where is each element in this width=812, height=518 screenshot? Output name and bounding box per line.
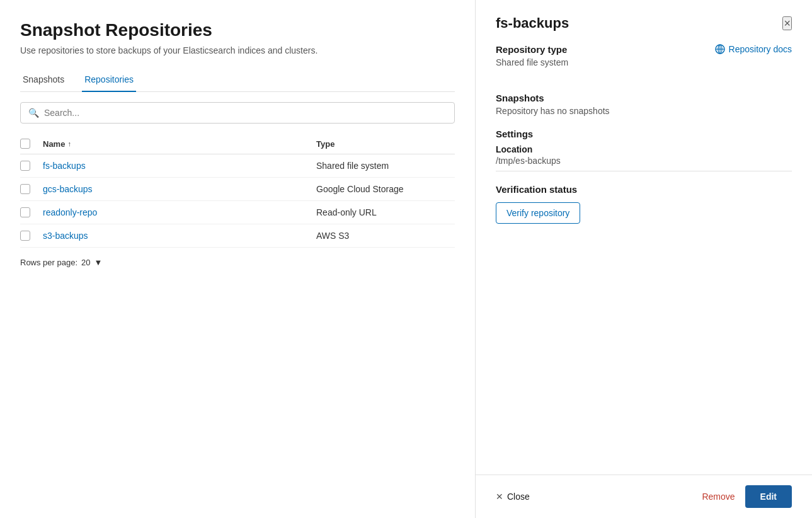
pagination-row[interactable]: Rows per page: 20 ▼ <box>20 248 455 277</box>
column-header-type: Type <box>316 139 455 149</box>
repo-docs-label: Repository docs <box>729 44 792 54</box>
row-checkbox-wrap-0[interactable] <box>20 161 43 171</box>
row-type-1: Google Cloud Storage <box>316 184 455 194</box>
table-row: readonly-repo Read-only URL <box>20 201 455 224</box>
table-row: s3-backups AWS S3 <box>20 224 455 248</box>
repo-docs-link[interactable]: Repository docs <box>715 44 792 54</box>
row-checkbox-1[interactable] <box>20 184 30 194</box>
flyout-title: fs-backups <box>496 15 569 32</box>
globe-icon <box>715 44 725 54</box>
tab-snapshots[interactable]: Snapshots <box>20 68 67 92</box>
row-name-3[interactable]: s3-backups <box>43 231 316 241</box>
table-row: gcs-backups Google Cloud Storage <box>20 178 455 201</box>
location-value: /tmp/es-backups <box>496 156 792 166</box>
page-title: Snapshot Repositories <box>20 20 455 40</box>
flyout-content: Repository type Shared file system Repos… <box>476 32 812 475</box>
edit-button[interactable]: Edit <box>745 485 792 508</box>
snapshots-value: Repository has no snapshots <box>496 106 792 116</box>
verify-repository-button[interactable]: Verify repository <box>496 202 580 224</box>
row-checkbox-wrap-3[interactable] <box>20 231 43 241</box>
close-button[interactable]: ✕ Close <box>496 492 530 502</box>
row-checkbox-wrap-2[interactable] <box>20 207 43 217</box>
row-checkbox-3[interactable] <box>20 231 30 241</box>
row-type-3: AWS S3 <box>316 231 455 241</box>
snapshots-label: Snapshots <box>496 93 792 103</box>
search-input[interactable] <box>44 108 447 118</box>
row-type-0: Shared file system <box>316 161 455 171</box>
search-container: 🔍 <box>20 102 455 124</box>
repo-type-label: Repository type <box>496 44 568 55</box>
location-label: Location <box>496 144 792 154</box>
tabs: Snapshots Repositories <box>20 68 455 92</box>
row-name-1[interactable]: gcs-backups <box>43 184 316 194</box>
tab-repositories[interactable]: Repositories <box>82 68 136 92</box>
row-checkbox-0[interactable] <box>20 161 30 171</box>
row-name-2[interactable]: readonly-repo <box>43 207 316 217</box>
flyout-close-x-button[interactable]: × <box>782 16 792 30</box>
verification-label: Verification status <box>496 184 792 195</box>
row-checkbox-wrap-1[interactable] <box>20 184 43 194</box>
select-all-checkbox-wrap[interactable] <box>20 139 43 149</box>
table-header: Name ↑ Type <box>20 134 455 154</box>
settings-divider <box>496 171 792 171</box>
close-x-icon: ✕ <box>496 492 503 502</box>
page-subtitle: Use repositories to store backups of you… <box>20 45 455 55</box>
flyout-footer: ✕ Close Remove Edit <box>476 475 812 518</box>
close-label: Close <box>507 492 530 502</box>
repo-type-row: Repository type Shared file system Repos… <box>496 44 792 80</box>
flyout-header: fs-backups × <box>476 0 812 32</box>
chevron-down-icon[interactable]: ▼ <box>94 258 103 267</box>
settings-label: Settings <box>496 129 792 139</box>
repo-type-value: Shared file system <box>496 57 568 67</box>
row-type-2: Read-only URL <box>316 207 455 217</box>
pagination-value: 20 <box>81 258 90 267</box>
column-header-name: Name ↑ <box>43 139 316 149</box>
sort-arrow-name: ↑ <box>67 140 71 147</box>
table-row: fs-backups Shared file system <box>20 154 455 178</box>
row-name-0[interactable]: fs-backups <box>43 161 316 171</box>
row-checkbox-2[interactable] <box>20 207 30 217</box>
repo-type-section: Repository type Shared file system <box>496 44 568 80</box>
verification-section: Verification status Verify repository <box>496 184 792 224</box>
search-icon: 🔍 <box>28 108 39 118</box>
pagination-label: Rows per page: <box>20 258 77 267</box>
select-all-checkbox[interactable] <box>20 139 30 149</box>
right-panel: fs-backups × Repository type Shared file… <box>476 0 812 518</box>
table-container: Name ↑ Type fs-backups Shared file syste… <box>20 134 455 518</box>
settings-section: Settings Location /tmp/es-backups <box>496 129 792 166</box>
snapshots-section: Snapshots Repository has no snapshots <box>496 93 792 116</box>
remove-button[interactable]: Remove <box>702 492 735 502</box>
left-panel: Snapshot Repositories Use repositories t… <box>0 0 476 518</box>
footer-right: Remove Edit <box>702 485 792 508</box>
